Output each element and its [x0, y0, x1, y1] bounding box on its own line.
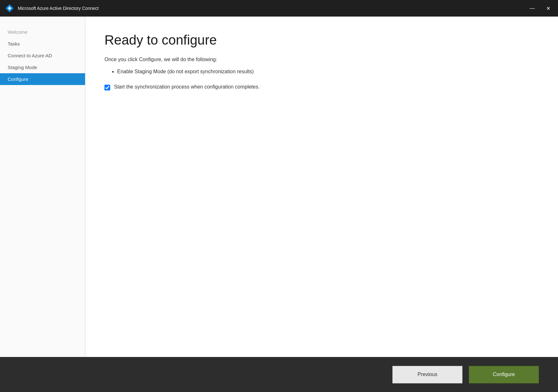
sync-checkbox[interactable] [104, 85, 110, 90]
sidebar-item-tasks[interactable]: Tasks [0, 38, 85, 50]
main-content: Welcome Tasks Connect to Azure AD Stagin… [0, 17, 558, 357]
bullet-item-1: Enable Staging Mode (do not export synch… [117, 69, 539, 75]
configure-button[interactable]: Configure [469, 366, 539, 383]
sidebar-item-welcome[interactable]: Welcome [0, 26, 85, 38]
minimize-button[interactable]: — [527, 4, 537, 12]
sidebar-item-configure[interactable]: Configure [0, 73, 85, 85]
sidebar-item-staging-mode[interactable]: Staging Mode [0, 61, 85, 73]
page-title: Ready to configure [104, 32, 539, 48]
titlebar-left: Microsoft Azure Active Directory Connect [5, 4, 99, 13]
previous-button[interactable]: Previous [392, 366, 462, 383]
sync-checkbox-row: Start the synchronization process when c… [104, 84, 539, 90]
close-button[interactable]: ✕ [544, 4, 553, 13]
titlebar: Microsoft Azure Active Directory Connect… [0, 0, 558, 17]
app-window: Microsoft Azure Active Directory Connect… [0, 0, 558, 392]
sidebar: Welcome Tasks Connect to Azure AD Stagin… [0, 17, 85, 357]
titlebar-title: Microsoft Azure Active Directory Connect [18, 6, 99, 11]
sync-checkbox-label: Start the synchronization process when c… [114, 84, 260, 90]
page-description: Once you click Configure, we will do the… [104, 57, 539, 62]
azure-ad-logo [5, 4, 14, 13]
content-area: Welcome Tasks Connect to Azure AD Stagin… [0, 17, 558, 392]
bullet-list: Enable Staging Mode (do not export synch… [117, 69, 539, 75]
footer-bar: Previous Configure [0, 357, 558, 392]
page-content: Ready to configure Once you click Config… [85, 17, 558, 357]
sidebar-item-connect-azure-ad[interactable]: Connect to Azure AD [0, 50, 85, 61]
titlebar-controls: — ✕ [527, 4, 553, 13]
